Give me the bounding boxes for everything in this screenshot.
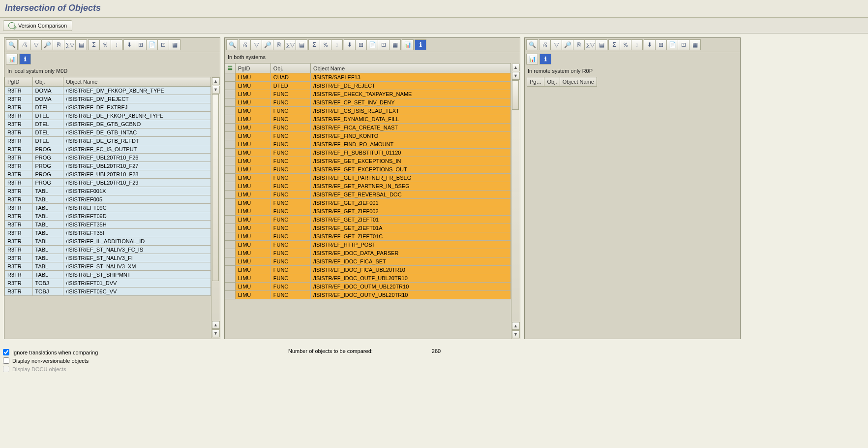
row-selector[interactable] <box>225 249 236 257</box>
row-selector[interactable] <box>225 199 236 207</box>
table-row[interactable]: LIMUFUNC/ISISTR/EF_FI_SUBSTITUTI_01120 <box>225 149 511 157</box>
chart-icon[interactable]: 📊 <box>526 54 538 64</box>
table-row[interactable]: R3TRTABL/ISISTR/EF001X <box>5 187 211 195</box>
sort-icon[interactable]: ↕ <box>111 39 122 50</box>
grid-icon[interactable]: ▦ <box>689 39 701 50</box>
table-row[interactable]: LIMUCUAD/ISISTR/SAPLEF13 <box>225 73 511 82</box>
filter-icon[interactable]: ▽ <box>250 39 262 50</box>
row-selector[interactable] <box>225 124 236 132</box>
print-icon[interactable]: 🖨 <box>539 39 551 50</box>
col-pgid[interactable]: Pg… <box>527 77 544 87</box>
row-selector[interactable] <box>225 90 236 98</box>
filter-icon[interactable]: ▽ <box>550 39 562 50</box>
row-selector[interactable] <box>225 107 236 115</box>
col-name[interactable]: Object Name <box>310 64 510 73</box>
table-row[interactable]: R3TRDTEL/ISISTR/EF_DE_FKKOP_XBLNR_TYPE <box>5 112 211 120</box>
row-selector[interactable] <box>225 283 236 291</box>
info-icon[interactable]: ℹ <box>19 54 31 64</box>
table-row[interactable]: LIMUFUNC/ISISTR/EF_IDOC_FICA_UBL20TR10 <box>225 266 511 274</box>
grid-icon[interactable]: ▦ <box>389 39 401 50</box>
table-row[interactable]: R3TRDTEL/ISISTR/EF_DE_GTB_REFDT <box>5 137 211 145</box>
table-row[interactable]: LIMUFUNC/ISISTR/EF_GET_PARTNER_IN_BSEG <box>225 182 511 191</box>
chart-icon[interactable]: 📊 <box>402 39 414 50</box>
table-row[interactable]: LIMUFUNC/ISISTR/EF_IDOC_DATA_PARSER <box>225 249 511 257</box>
export-spreadsheet-icon[interactable]: ⊞ <box>655 39 667 50</box>
export-icon[interactable]: ⬇ <box>123 39 135 50</box>
filter-icon[interactable]: ▽ <box>30 39 42 50</box>
subtotal-icon[interactable]: ％ <box>620 39 631 50</box>
scroll-down2-icon[interactable]: ▼ <box>512 330 520 338</box>
table-row[interactable]: R3TRDOMA/ISISTR/EF_DM_FKKOP_XBLNR_TYPE <box>5 87 211 95</box>
table-row[interactable]: R3TRTABL/ISISTR/EFT09C <box>5 204 211 212</box>
row-selector[interactable] <box>225 241 236 249</box>
row-selector[interactable] <box>225 182 236 191</box>
export-word-icon[interactable]: 📄 <box>146 39 158 50</box>
select-all-icon[interactable]: ☰ <box>228 65 233 71</box>
table-row[interactable]: LIMUDTED/ISISTR/EF_DE_REJECT <box>225 82 511 90</box>
remote-table[interactable]: Pg… Obj. Object Name <box>527 77 597 87</box>
col-name[interactable]: Object Name <box>63 77 211 87</box>
table-row[interactable]: R3TRDTEL/ISISTR/EF_DE_GTB_GCBNO <box>5 120 211 128</box>
both-table[interactable]: ☰ PgID Obj. Object Name LIMUCUAD/ISISTR/… <box>225 63 511 299</box>
table-row[interactable]: LIMUFUNC/ISISTR/EF_GET_EXCEPTIONS_IN <box>225 157 511 165</box>
version-comparison-button[interactable]: Version Comparison <box>3 20 72 31</box>
table-row[interactable]: R3TRTABL/ISISTR/EF_IL_ADDITIONAL_ID <box>5 237 211 246</box>
row-selector[interactable] <box>225 165 236 174</box>
table-row[interactable]: R3TRPROG/ISISTR/EF_UBL20TR10_F29 <box>5 179 211 187</box>
sort-icon[interactable]: ↕ <box>331 39 343 50</box>
chart-icon[interactable]: 📊 <box>6 54 18 64</box>
row-selector[interactable] <box>225 216 236 224</box>
table-row[interactable]: LIMUFUNC/ISISTR/EF_GET_ZIEF001 <box>225 199 511 207</box>
table-row[interactable]: LIMUFUNC/ISISTR/EF_IDOC_OUTM_UBL20TR10 <box>225 283 511 291</box>
row-selector[interactable] <box>225 257 236 266</box>
col-pgid[interactable]: PgID <box>5 77 33 87</box>
export-icon[interactable]: ⬇ <box>644 39 656 50</box>
table-row[interactable]: LIMUFUNC/ISISTR/EF_GET_ZIEFT01C <box>225 232 511 241</box>
sum-icon[interactable]: Σ <box>308 39 320 50</box>
scroll-down-icon[interactable]: ▼ <box>212 86 220 94</box>
scroll-up-icon[interactable]: ▲ <box>512 64 520 71</box>
table-row[interactable]: LIMUFUNC/ISISTR/EF_GET_ZIEFT01A <box>225 224 511 232</box>
row-selector[interactable] <box>225 140 236 149</box>
table-row[interactable]: R3TRPROG/ISISTR/EF_FC_IS_OUTPUT <box>5 145 211 154</box>
table-row[interactable]: LIMUFUNC/ISISTR/EF_HTTP_POST <box>225 241 511 249</box>
table-row[interactable]: LIMUFUNC/ISISTR/EF_FICA_CREATE_NAST <box>225 124 511 132</box>
col-select[interactable]: ☰ <box>225 64 236 73</box>
table-row[interactable]: R3TRTABL/ISISTR/EF_ST_NALIV3_FC_IS <box>5 246 211 254</box>
table-row[interactable]: LIMUFUNC/ISISTR/EF_CHECK_TAXPAYER_NAME <box>225 90 511 98</box>
col-obj[interactable]: Obj. <box>544 77 560 87</box>
sum-icon[interactable]: Σ <box>608 39 620 50</box>
ignore-translations-checkbox[interactable]: Ignore translations when comparing <box>3 348 259 356</box>
row-selector[interactable] <box>225 174 236 182</box>
row-selector[interactable] <box>225 232 236 241</box>
set-filter-icon[interactable]: ∑▽ <box>284 39 296 50</box>
sum-icon[interactable]: Σ <box>88 39 100 50</box>
scroll-up2-icon[interactable]: ▲ <box>512 322 520 330</box>
views-icon[interactable]: ⊡ <box>157 39 169 50</box>
row-selector[interactable] <box>225 266 236 274</box>
row-selector[interactable] <box>225 157 236 165</box>
ignore-translations-input[interactable] <box>3 349 9 355</box>
row-selector[interactable] <box>225 98 236 107</box>
table-row[interactable]: R3TRDTEL/ISISTR/EF_DE_GTB_INTAC <box>5 128 211 137</box>
find-icon[interactable]: 🔎 <box>262 39 273 50</box>
table-row[interactable]: R3TRDTEL/ISISTR/EF_DE_EXTREJ <box>5 103 211 112</box>
print-icon[interactable]: 🖨 <box>239 39 251 50</box>
table-row[interactable]: R3TRTABL/ISISTR/EFT09D <box>5 212 211 221</box>
table-row[interactable]: R3TRTABL/ISISTR/EFT35H <box>5 221 211 229</box>
scroll-thumb[interactable] <box>512 80 519 110</box>
row-selector[interactable] <box>225 291 236 299</box>
table-row[interactable]: R3TRTABL/ISISTR/EFT35I <box>5 229 211 237</box>
row-selector[interactable] <box>225 191 236 199</box>
scrollbar-local[interactable]: ▲ ▼ ▲ ▼ <box>211 77 220 338</box>
info-icon[interactable]: ℹ <box>415 39 426 50</box>
table-row[interactable]: R3TRDOMA/ISISTR/EF_DM_REJECT <box>5 95 211 103</box>
table-row[interactable]: R3TRTABL/ISISTR/EF_ST_NALIV3_FI <box>5 254 211 262</box>
scroll-down-icon[interactable]: ▼ <box>512 72 520 80</box>
details-icon[interactable]: 🔍 <box>526 39 538 50</box>
scroll-up-icon[interactable]: ▲ <box>212 77 220 85</box>
set-filter-icon[interactable]: ∑▽ <box>64 39 76 50</box>
scroll-thumb[interactable] <box>212 94 219 281</box>
table-row[interactable]: R3TRTABL/ISISTR/EF_ST_SHIPMNT <box>5 271 211 279</box>
export-spreadsheet-icon[interactable]: ⊞ <box>355 39 367 50</box>
